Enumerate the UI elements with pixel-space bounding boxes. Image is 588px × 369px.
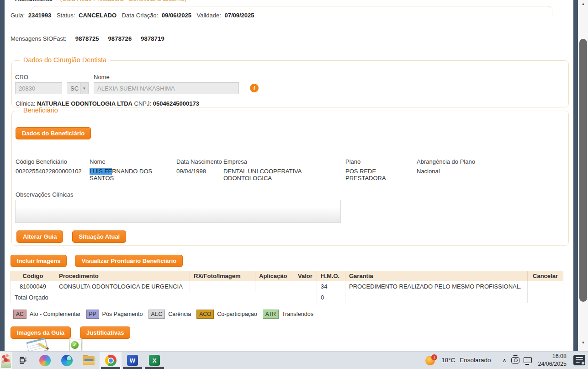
legend-row: AC Ato - Complementar PP Pós Pagamento A…	[13, 310, 573, 319]
excel-button[interactable]: X	[143, 352, 165, 369]
beneficiario-fieldset: Beneficiário Dados do Beneficiário Códig…	[11, 111, 569, 246]
start-icon	[19, 356, 27, 364]
cell-codigo: 81000049	[11, 281, 55, 292]
clinica-value: NATURALE ODONTOLOGIA LTDA	[37, 100, 132, 107]
word-button[interactable]: W	[122, 352, 143, 369]
col-valor: Valor	[294, 271, 317, 281]
weather-temp: 18°C	[441, 357, 455, 364]
scrollbar-thumb[interactable]	[579, 39, 587, 302]
mensagem-number: 9878726	[108, 35, 132, 42]
mensagem-number: 9878719	[141, 35, 164, 42]
selected-text: LUIS FE	[90, 168, 112, 175]
page-scrollbar[interactable]: ▲ ▼	[578, 0, 588, 351]
green-check-icon: ✓	[71, 341, 79, 349]
beneficiario-legend: Beneficiário	[20, 107, 61, 114]
breadcrumb-atendimento[interactable]: Atendimento	[15, 0, 53, 2]
file-explorer-icon	[83, 356, 95, 365]
col-cancelar: Cancelar	[528, 271, 563, 281]
nome-dentista-input[interactable]: ALEXIA SUEMI NAKASHIMA	[94, 82, 239, 94]
codigo-beneficiario-label: Código Beneficiário	[16, 158, 90, 165]
copilot-button[interactable]	[34, 352, 56, 369]
abrangencia-value: Nacional	[417, 168, 475, 175]
cell-procedimento: CONSULTA ODONTOLOGICA DE URGENCIA	[55, 281, 190, 292]
clock[interactable]: 16:08 24/06/2025	[538, 353, 567, 368]
badge-aco: ACO	[196, 310, 214, 319]
badge-aec-label: Carência	[168, 311, 191, 317]
file-explorer-button[interactable]	[78, 352, 100, 369]
justificativas-button[interactable]: Justificativas	[80, 326, 130, 339]
col-hmo: H.M.O.	[317, 271, 345, 281]
word-icon: W	[127, 355, 138, 366]
visualizar-prontuario-button[interactable]: Visualizar Prontuário Beneficiário	[75, 255, 183, 267]
clock-time: 16:08	[538, 353, 567, 360]
notification-badge: 1	[431, 354, 437, 360]
tab-panel-border	[31, 6, 553, 16]
imagens-guia-button[interactable]: Imagens da Guia	[11, 326, 71, 339]
chrome-button[interactable]	[100, 352, 122, 369]
empresa-label: Empresa	[223, 158, 345, 165]
dentista-legend: Dados do Cirurgião Dentista	[20, 56, 110, 64]
col-codigo: Código	[11, 271, 55, 281]
clinica-label: Clínica:	[16, 100, 35, 107]
cnpj-value: 05046245000173	[153, 100, 199, 107]
nome-dentista-label: Nome	[94, 74, 239, 80]
badge-pp: PP	[86, 310, 99, 319]
cast-icon[interactable]	[511, 357, 519, 364]
col-rx-foto-imagem: RX/Foto/Imagem	[190, 271, 255, 281]
widgets-button[interactable]	[0, 352, 12, 369]
codigo-beneficiario-value: 00202554022800000102	[16, 168, 90, 175]
edge-icon	[61, 355, 73, 366]
uf-select-value: SC	[67, 85, 80, 92]
alterar-guia-button[interactable]: Alterar Guia	[16, 230, 63, 243]
cell-garantia: PROCEDIMENTO REALIZADO PELO MESMO PROFIS…	[345, 281, 528, 292]
situacao-atual-button[interactable]: Situação Atual	[72, 230, 126, 243]
system-tray: 1 18°C Ensolarado ∧ 16:08 24/06/2025	[425, 351, 585, 369]
mensagem-number: 9878725	[75, 35, 99, 42]
tray-chevron-up-icon[interactable]: ∧	[503, 357, 507, 364]
cell-aplicacao	[255, 281, 294, 292]
col-aplicacao: Aplicação	[255, 271, 294, 281]
total-empty	[345, 292, 528, 303]
observacoes-textarea[interactable]	[15, 200, 341, 223]
badge-atr: ATR	[263, 310, 279, 319]
total-empty	[528, 292, 563, 303]
right-edge-strip	[573, 0, 578, 351]
notification-center-icon[interactable]	[573, 355, 585, 365]
clock-date: 24/06/2025	[538, 360, 567, 368]
info-icon[interactable]: i	[250, 84, 259, 92]
edge-button[interactable]	[56, 352, 78, 369]
clinica-line: Clínica: NATURALE ODONTOLOGIA LTDA CNPJ:…	[16, 100, 568, 107]
badge-atr-label: Transferidos	[282, 311, 313, 317]
cro-input[interactable]: 20830	[15, 82, 62, 94]
breadcrumb-current: (Guia Rede Prestadora - Beneficiário Ext…	[60, 0, 186, 2]
abrangencia-label: Abrangência do Plano	[417, 158, 475, 165]
dados-beneficiario-button[interactable]: Dados do Beneficiário	[16, 127, 91, 139]
uf-select[interactable]: SC ▼	[67, 82, 89, 94]
guia-label: Guia:	[11, 12, 25, 19]
widgets-flower-icon	[1, 353, 11, 368]
document-check-icon[interactable]: ✓	[69, 339, 82, 353]
start-button[interactable]	[12, 352, 34, 369]
network-icon[interactable]	[524, 357, 532, 363]
cnpj-label: CNPJ:	[134, 100, 152, 107]
nome-beneficiario-label: Nome	[90, 158, 176, 165]
chrome-icon	[105, 355, 117, 366]
attachment-thumbnails: ✓	[5, 339, 573, 353]
breadcrumb: Atendimento›(Guia Rede Prestadora - Bene…	[15, 0, 186, 2]
cell-rx	[190, 281, 255, 292]
copilot-icon	[39, 355, 51, 366]
beneficiario-fields: Código Beneficiário 00202554022800000102…	[16, 158, 568, 182]
weather-text[interactable]: 18°C Ensolarado	[441, 357, 491, 364]
badge-pp-label: Pós Pagamento	[102, 311, 143, 317]
chevron-down-icon[interactable]: ▼	[80, 83, 88, 94]
incluir-imagens-button[interactable]: Incluir Imagens	[11, 255, 67, 267]
scrollbar-down-arrow-icon[interactable]: ▼	[578, 339, 588, 346]
scrollbar-up-arrow-icon[interactable]: ▲	[578, 0, 588, 7]
cell-valor	[294, 281, 317, 292]
badge-ac: AC	[13, 310, 26, 319]
left-edge-strip	[0, 0, 5, 351]
observacoes-label: Observações Clínicas	[16, 191, 568, 198]
weather-button[interactable]: 1	[425, 354, 437, 366]
cro-label: CRO	[15, 74, 62, 80]
main-content: Atendimento›(Guia Rede Prestadora - Bene…	[5, 0, 573, 353]
